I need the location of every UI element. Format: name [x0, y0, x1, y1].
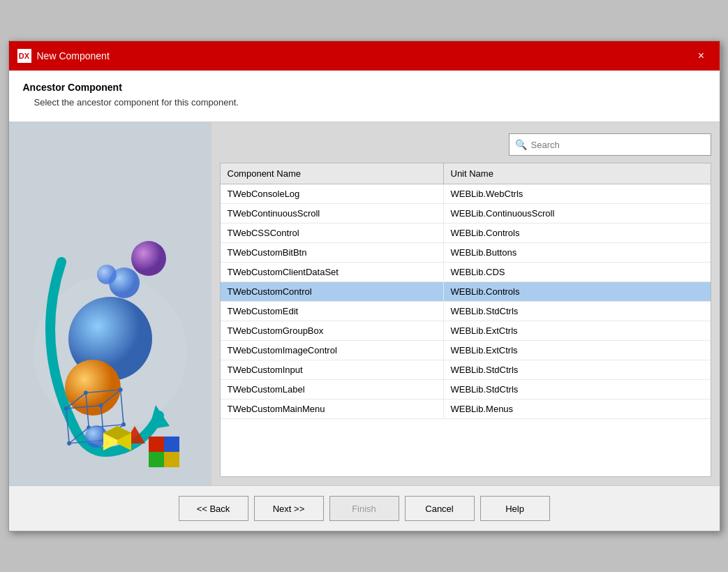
help-button[interactable]: Help: [480, 496, 550, 521]
right-panel: 🔍 Component Name Unit Name TWebConsoleLo…: [211, 122, 720, 485]
cancel-button[interactable]: Cancel: [405, 496, 475, 521]
cell-unit-name: WEBLib.StdCtrls: [444, 360, 711, 379]
cell-component-name: TWebCustomGroupBox: [221, 321, 444, 340]
illustration-panel: [9, 122, 211, 485]
dx-logo: DX: [17, 49, 31, 63]
cell-unit-name: WEBLib.Buttons: [444, 243, 711, 262]
cell-unit-name: WEBLib.ExtCtrls: [444, 341, 711, 360]
svg-rect-26: [149, 437, 164, 452]
cell-unit-name: WEBLib.Menus: [444, 399, 711, 418]
cell-component-name: TWebCustomClientDataSet: [221, 263, 444, 281]
illustration: [20, 136, 201, 471]
cell-component-name: TWebConsoleLog: [221, 184, 444, 203]
header-subtitle: Select the ancestor component for this c…: [23, 97, 706, 108]
cell-component-name: TWebCustomEdit: [221, 302, 444, 321]
table-row[interactable]: TWebCustomLabel WEBLib.StdCtrls: [221, 380, 711, 399]
table-row[interactable]: TWebCustomGroupBox WEBLib.ExtCtrls: [221, 321, 711, 341]
cell-unit-name: WEBLib.Controls: [444, 223, 711, 242]
table-row[interactable]: TWebCustomBitBtn WEBLib.Buttons: [221, 243, 711, 263]
back-button[interactable]: << Back: [179, 496, 248, 521]
cell-unit-name: WEBLib.ContinuousScroll: [444, 204, 711, 223]
header-section: Ancestor Component Select the ancestor c…: [9, 71, 720, 122]
cell-component-name: TWebCustomControl: [221, 282, 444, 301]
svg-point-4: [131, 241, 166, 276]
cell-component-name: TWebCustomBitBtn: [221, 243, 444, 262]
table-header: Component Name Unit Name: [221, 163, 711, 184]
svg-rect-29: [164, 452, 179, 467]
search-wrapper: 🔍: [509, 133, 711, 156]
cell-unit-name: WEBLib.Controls: [444, 282, 711, 301]
cell-component-name: TWebCustomInput: [221, 360, 444, 379]
table-row[interactable]: TWebContinuousScroll WEBLib.ContinuousSc…: [221, 204, 711, 223]
svg-point-6: [97, 265, 117, 284]
table-row[interactable]: TWebCustomMainMenu WEBLib.Menus: [221, 399, 711, 419]
svg-point-3: [65, 360, 121, 416]
cell-component-name: TWebCustomImageControl: [221, 341, 444, 360]
table-row[interactable]: TWebCSSControl WEBLib.Controls: [221, 223, 711, 243]
component-table: Component Name Unit Name TWebConsoleLog …: [220, 163, 711, 477]
table-row[interactable]: TWebCustomClientDataSet WEBLib.CDS: [221, 263, 711, 282]
svg-rect-27: [164, 437, 179, 452]
table-row[interactable]: TWebConsoleLog WEBLib.WebCtrls: [221, 184, 711, 204]
table-row[interactable]: TWebCustomInput WEBLib.StdCtrls: [221, 360, 711, 380]
table-body[interactable]: TWebConsoleLog WEBLib.WebCtrls TWebConti…: [221, 184, 711, 476]
cell-unit-name: WEBLib.ExtCtrls: [444, 321, 711, 340]
svg-rect-28: [149, 452, 164, 467]
column-component-name: Component Name: [221, 163, 444, 184]
finish-button[interactable]: Finish: [329, 496, 399, 521]
column-unit-name: Unit Name: [444, 163, 698, 184]
cell-component-name: TWebCSSControl: [221, 223, 444, 242]
cell-component-name: TWebCustomLabel: [221, 380, 444, 399]
header-title: Ancestor Component: [23, 82, 706, 93]
search-bar: 🔍: [220, 133, 711, 156]
dialog-title: New Component: [37, 50, 686, 61]
cell-unit-name: WEBLib.WebCtrls: [444, 184, 711, 203]
cell-unit-name: WEBLib.CDS: [444, 263, 711, 281]
cell-component-name: TWebContinuousScroll: [221, 204, 444, 223]
search-input[interactable]: [531, 140, 705, 150]
next-button[interactable]: Next >>: [254, 496, 324, 521]
cell-unit-name: WEBLib.StdCtrls: [444, 302, 711, 321]
table-row[interactable]: TWebCustomImageControl WEBLib.ExtCtrls: [221, 341, 711, 360]
close-button[interactable]: ×: [692, 46, 711, 66]
footer: << Back Next >> Finish Cancel Help: [9, 485, 720, 531]
table-row[interactable]: TWebCustomControl WEBLib.Controls: [221, 282, 711, 302]
new-component-dialog: DX New Component × Ancestor Component Se…: [8, 41, 720, 531]
title-bar: DX New Component ×: [9, 41, 720, 71]
cell-component-name: TWebCustomMainMenu: [221, 399, 444, 418]
content-area: 🔍 Component Name Unit Name TWebConsoleLo…: [9, 122, 720, 485]
table-row[interactable]: TWebCustomEdit WEBLib.StdCtrls: [221, 302, 711, 321]
scroll-header-spacer: [698, 163, 711, 184]
search-icon: 🔍: [515, 139, 527, 150]
cell-unit-name: WEBLib.StdCtrls: [444, 380, 711, 399]
